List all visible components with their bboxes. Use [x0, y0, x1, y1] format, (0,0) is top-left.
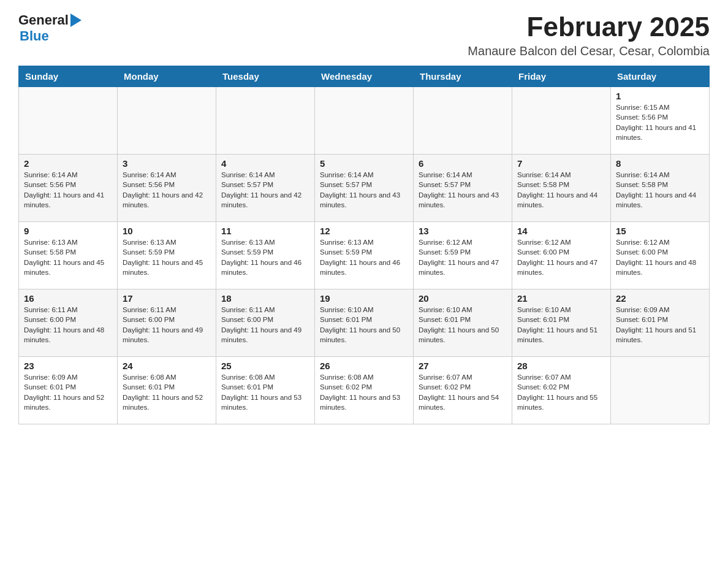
day-number: 22 [616, 293, 704, 304]
calendar-day-cell: 6Sunrise: 6:14 AM Sunset: 5:57 PM Daylig… [414, 155, 512, 222]
day-number: 27 [419, 361, 507, 371]
calendar-day-cell: 10Sunrise: 6:13 AM Sunset: 5:59 PM Dayli… [118, 222, 216, 289]
calendar-day-cell [611, 357, 710, 424]
day-number: 1 [616, 91, 704, 101]
calendar-day-cell: 25Sunrise: 6:08 AM Sunset: 6:01 PM Dayli… [216, 357, 315, 424]
header-wednesday: Wednesday [315, 66, 414, 87]
day-number: 12 [320, 226, 408, 236]
calendar-day-cell [118, 87, 216, 155]
calendar-day-cell: 27Sunrise: 6:07 AM Sunset: 6:02 PM Dayli… [414, 357, 512, 424]
day-number: 15 [616, 226, 704, 236]
calendar-day-cell: 23Sunrise: 6:09 AM Sunset: 6:01 PM Dayli… [19, 357, 118, 424]
calendar-day-cell: 4Sunrise: 6:14 AM Sunset: 5:57 PM Daylig… [216, 155, 315, 222]
day-info: Sunrise: 6:12 AM Sunset: 6:00 PM Dayligh… [616, 237, 704, 277]
svg-marker-0 [70, 13, 82, 27]
calendar-day-cell: 7Sunrise: 6:14 AM Sunset: 5:58 PM Daylig… [512, 155, 611, 222]
day-info: Sunrise: 6:08 AM Sunset: 6:02 PM Dayligh… [320, 372, 408, 412]
calendar-table: Sunday Monday Tuesday Wednesday Thursday… [18, 66, 710, 424]
day-number: 26 [320, 361, 408, 371]
header-sunday: Sunday [19, 66, 118, 87]
day-number: 5 [320, 158, 408, 169]
day-number: 14 [517, 226, 605, 236]
calendar-day-cell: 26Sunrise: 6:08 AM Sunset: 6:02 PM Dayli… [315, 357, 414, 424]
day-info: Sunrise: 6:14 AM Sunset: 5:57 PM Dayligh… [320, 170, 408, 209]
calendar-day-cell: 2Sunrise: 6:14 AM Sunset: 5:56 PM Daylig… [19, 155, 118, 222]
day-number: 16 [24, 293, 112, 304]
calendar-day-cell: 5Sunrise: 6:14 AM Sunset: 5:57 PM Daylig… [315, 155, 414, 222]
header-friday: Friday [512, 66, 611, 87]
day-number: 25 [221, 361, 309, 371]
day-number: 21 [517, 293, 605, 304]
calendar-day-cell: 24Sunrise: 6:08 AM Sunset: 6:01 PM Dayli… [118, 357, 216, 424]
day-number: 7 [517, 158, 605, 169]
day-info: Sunrise: 6:07 AM Sunset: 6:02 PM Dayligh… [419, 372, 507, 412]
calendar-day-cell: 1Sunrise: 6:15 AM Sunset: 5:56 PM Daylig… [611, 87, 710, 155]
day-number: 11 [221, 226, 309, 236]
header-saturday: Saturday [611, 66, 710, 87]
calendar-day-cell [315, 87, 414, 155]
day-info: Sunrise: 6:15 AM Sunset: 5:56 PM Dayligh… [616, 102, 704, 142]
calendar-day-cell: 12Sunrise: 6:13 AM Sunset: 5:59 PM Dayli… [315, 222, 414, 289]
logo-general-text: General [18, 12, 69, 28]
calendar-day-cell: 8Sunrise: 6:14 AM Sunset: 5:58 PM Daylig… [611, 155, 710, 222]
title-area: February 2025 Manaure Balcon del Cesar, … [468, 12, 710, 58]
day-info: Sunrise: 6:13 AM Sunset: 5:58 PM Dayligh… [24, 237, 112, 277]
page-header: General Blue February 2025 Manaure Balco… [18, 12, 710, 58]
day-info: Sunrise: 6:10 AM Sunset: 6:01 PM Dayligh… [419, 305, 507, 344]
calendar-day-cell: 16Sunrise: 6:11 AM Sunset: 6:00 PM Dayli… [19, 289, 118, 357]
calendar-week-row: 1Sunrise: 6:15 AM Sunset: 5:56 PM Daylig… [19, 87, 710, 155]
calendar-day-cell: 13Sunrise: 6:12 AM Sunset: 5:59 PM Dayli… [414, 222, 512, 289]
day-info: Sunrise: 6:12 AM Sunset: 5:59 PM Dayligh… [419, 237, 507, 277]
calendar-day-cell: 3Sunrise: 6:14 AM Sunset: 5:56 PM Daylig… [118, 155, 216, 222]
day-info: Sunrise: 6:10 AM Sunset: 6:01 PM Dayligh… [320, 305, 408, 344]
header-monday: Monday [118, 66, 216, 87]
day-info: Sunrise: 6:14 AM Sunset: 5:57 PM Dayligh… [221, 170, 309, 209]
day-number: 13 [419, 226, 507, 236]
header-tuesday: Tuesday [216, 66, 315, 87]
day-info: Sunrise: 6:14 AM Sunset: 5:56 PM Dayligh… [123, 170, 211, 209]
logo: General Blue [18, 12, 82, 44]
day-number: 28 [517, 361, 605, 371]
calendar-day-cell [414, 87, 512, 155]
calendar-day-cell: 11Sunrise: 6:13 AM Sunset: 5:59 PM Dayli… [216, 222, 315, 289]
day-number: 8 [616, 158, 704, 169]
day-info: Sunrise: 6:14 AM Sunset: 5:58 PM Dayligh… [517, 170, 605, 209]
calendar-week-row: 9Sunrise: 6:13 AM Sunset: 5:58 PM Daylig… [19, 222, 710, 289]
header-thursday: Thursday [414, 66, 512, 87]
day-info: Sunrise: 6:12 AM Sunset: 6:00 PM Dayligh… [517, 237, 605, 277]
day-number: 4 [221, 158, 309, 169]
day-number: 6 [419, 158, 507, 169]
location-title: Manaure Balcon del Cesar, Cesar, Colombi… [468, 44, 710, 58]
day-info: Sunrise: 6:09 AM Sunset: 6:01 PM Dayligh… [616, 305, 704, 344]
weekday-header-row: Sunday Monday Tuesday Wednesday Thursday… [19, 66, 710, 87]
calendar-day-cell: 18Sunrise: 6:11 AM Sunset: 6:00 PM Dayli… [216, 289, 315, 357]
day-info: Sunrise: 6:08 AM Sunset: 6:01 PM Dayligh… [123, 372, 211, 412]
day-info: Sunrise: 6:13 AM Sunset: 5:59 PM Dayligh… [320, 237, 408, 277]
calendar-day-cell: 19Sunrise: 6:10 AM Sunset: 6:01 PM Dayli… [315, 289, 414, 357]
calendar-day-cell: 22Sunrise: 6:09 AM Sunset: 6:01 PM Dayli… [611, 289, 710, 357]
day-number: 3 [123, 158, 211, 169]
day-info: Sunrise: 6:08 AM Sunset: 6:01 PM Dayligh… [221, 372, 309, 412]
day-info: Sunrise: 6:13 AM Sunset: 5:59 PM Dayligh… [123, 237, 211, 277]
calendar-day-cell: 9Sunrise: 6:13 AM Sunset: 5:58 PM Daylig… [19, 222, 118, 289]
day-info: Sunrise: 6:14 AM Sunset: 5:56 PM Dayligh… [24, 170, 112, 209]
calendar-day-cell: 20Sunrise: 6:10 AM Sunset: 6:01 PM Dayli… [414, 289, 512, 357]
calendar-week-row: 16Sunrise: 6:11 AM Sunset: 6:00 PM Dayli… [19, 289, 710, 357]
calendar-day-cell: 15Sunrise: 6:12 AM Sunset: 6:00 PM Dayli… [611, 222, 710, 289]
day-number: 20 [419, 293, 507, 304]
month-title: February 2025 [468, 12, 710, 42]
day-info: Sunrise: 6:14 AM Sunset: 5:57 PM Dayligh… [419, 170, 507, 209]
day-number: 18 [221, 293, 309, 304]
day-info: Sunrise: 6:09 AM Sunset: 6:01 PM Dayligh… [24, 372, 112, 412]
calendar-day-cell: 28Sunrise: 6:07 AM Sunset: 6:02 PM Dayli… [512, 357, 611, 424]
day-info: Sunrise: 6:11 AM Sunset: 6:00 PM Dayligh… [24, 305, 112, 344]
day-info: Sunrise: 6:07 AM Sunset: 6:02 PM Dayligh… [517, 372, 605, 412]
calendar-day-cell: 21Sunrise: 6:10 AM Sunset: 6:01 PM Dayli… [512, 289, 611, 357]
day-info: Sunrise: 6:10 AM Sunset: 6:01 PM Dayligh… [517, 305, 605, 344]
day-info: Sunrise: 6:11 AM Sunset: 6:00 PM Dayligh… [221, 305, 309, 344]
day-info: Sunrise: 6:14 AM Sunset: 5:58 PM Dayligh… [616, 170, 704, 209]
day-number: 23 [24, 361, 112, 371]
day-number: 9 [24, 226, 112, 236]
day-info: Sunrise: 6:13 AM Sunset: 5:59 PM Dayligh… [221, 237, 309, 277]
calendar-week-row: 2Sunrise: 6:14 AM Sunset: 5:56 PM Daylig… [19, 155, 710, 222]
